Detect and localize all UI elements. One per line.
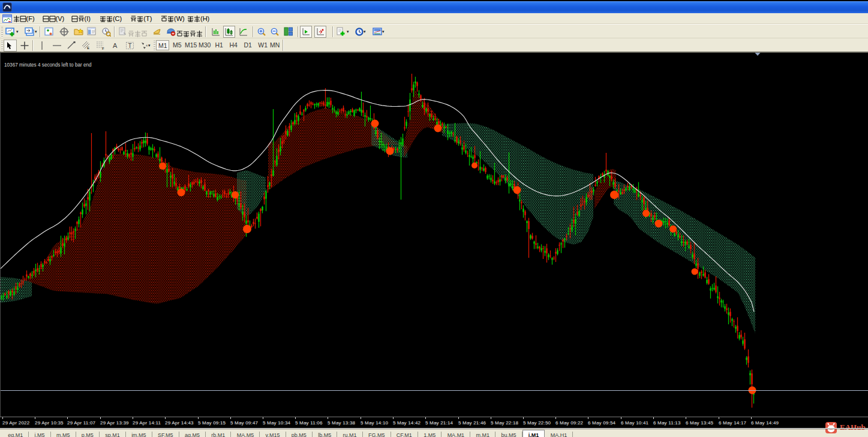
svg-text:10367 minutes 4 seconds left t: 10367 minutes 4 seconds left to bar end [4, 62, 92, 68]
svg-text:T: T [128, 43, 132, 49]
svg-text:F: F [102, 47, 104, 50]
svg-text:E: E [87, 46, 89, 50]
svg-text:A: A [113, 42, 118, 49]
